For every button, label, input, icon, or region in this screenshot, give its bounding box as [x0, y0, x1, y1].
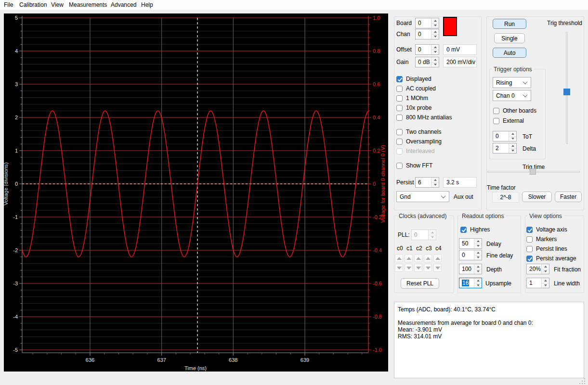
auto-button[interactable]: Auto: [493, 48, 526, 58]
menu-help[interactable]: Help: [141, 1, 153, 8]
checkbox-markers[interactable]: Markers: [526, 236, 557, 243]
svg-text:636: 636: [86, 357, 94, 363]
checkbox-ac-coupled[interactable]: AC coupled: [396, 85, 436, 92]
clock-down-c1-icon[interactable]: [405, 264, 413, 272]
board-spinner[interactable]: 0: [415, 18, 439, 28]
checkbox-other-boards[interactable]: Other boards: [493, 107, 536, 114]
spin-up-icon[interactable]: [542, 264, 549, 269]
slower-button[interactable]: Slower: [522, 192, 552, 202]
clock-down-c0-icon[interactable]: [395, 264, 403, 272]
clock-down-c3-icon[interactable]: [424, 264, 432, 272]
checkbox-10x-probe[interactable]: 10x probe: [396, 104, 431, 111]
svg-text:3: 3: [15, 81, 18, 87]
channel-color-swatch[interactable]: [443, 17, 457, 36]
spin-down-icon[interactable]: [474, 283, 482, 288]
line-width-spinner[interactable]: 1: [526, 278, 549, 288]
spin-down-icon[interactable]: [431, 62, 439, 67]
clock-up-c0-icon[interactable]: [395, 254, 403, 262]
checkbox-voltage-axis[interactable]: Voltage axis: [526, 226, 567, 233]
svg-text:637: 637: [157, 357, 166, 363]
menu-file[interactable]: File: [4, 1, 13, 8]
spin-up-icon: [429, 230, 436, 235]
spin-down-icon[interactable]: [509, 148, 516, 154]
checkbox-displayed[interactable]: Displayed: [396, 76, 431, 82]
delta-label: Delta: [523, 145, 536, 152]
spin-up-icon[interactable]: [431, 57, 439, 62]
spin-up-icon[interactable]: [509, 143, 516, 148]
clock-down-c2-icon[interactable]: [414, 264, 422, 272]
spin-up-icon[interactable]: [474, 239, 482, 244]
faster-button[interactable]: Faster: [555, 192, 582, 202]
trig-time-slider-handle[interactable]: [530, 168, 536, 175]
spin-down-icon[interactable]: [542, 269, 549, 274]
delta-spinner[interactable]: 2: [493, 143, 517, 154]
spin-up-icon[interactable]: [509, 131, 516, 136]
spin-down-icon[interactable]: [431, 34, 439, 39]
reset-pll-button[interactable]: Reset PLL: [401, 278, 439, 289]
depth-spinner[interactable]: 100: [459, 264, 482, 274]
gain-spinner[interactable]: 0 dB: [415, 57, 439, 67]
tot-spinner[interactable]: 0: [493, 131, 517, 141]
spin-up-icon[interactable]: [474, 264, 482, 269]
spin-up-icon[interactable]: [431, 18, 439, 23]
clock-col-c1: c1: [406, 245, 413, 252]
menu-measurements[interactable]: Measurements: [69, 1, 107, 8]
spin-down-icon[interactable]: [474, 269, 482, 274]
svg-text:0.2: 0.2: [373, 148, 380, 154]
offset-readout: 0 mV: [443, 44, 477, 55]
clock-up-c2-icon[interactable]: [414, 254, 422, 262]
svg-text:-1: -1: [13, 214, 18, 220]
checkbox-persist-lines[interactable]: Persist lines: [526, 245, 567, 252]
fine-delay-spinner[interactable]: 0: [459, 250, 482, 260]
single-button[interactable]: Single: [494, 33, 525, 43]
trig-threshold-slider-handle[interactable]: [563, 89, 570, 95]
clock-down-c4-icon[interactable]: [433, 264, 442, 272]
spin-down-icon[interactable]: [509, 136, 516, 141]
trigger-edge-select[interactable]: Rising: [493, 77, 531, 88]
offset-spinner[interactable]: 0: [415, 44, 439, 55]
spin-up-icon[interactable]: [431, 45, 439, 50]
time-factor-label: Time factor: [487, 184, 516, 191]
spin-down-icon[interactable]: [431, 50, 439, 55]
delay-spinner[interactable]: 50: [459, 238, 482, 249]
spin-up-icon[interactable]: [431, 178, 439, 182]
trigger-channel-select[interactable]: Chan 0: [493, 90, 531, 101]
menu-advanced[interactable]: Advanced: [111, 1, 136, 8]
checkbox-800mhz-antialias[interactable]: 800 MHz antialias: [396, 114, 452, 121]
run-button[interactable]: Run: [493, 19, 526, 29]
trig-threshold-slider-track[interactable]: [566, 32, 568, 144]
spin-down-icon[interactable]: [474, 244, 482, 249]
scope-plot[interactable]: 543210-1-2-3-4-51.00.80.60.40.20-0.2-0.4…: [4, 13, 388, 372]
menu-view[interactable]: View: [51, 1, 64, 8]
pll-label: PLL:: [398, 231, 410, 238]
trig-threshold-label: Trig threshold: [547, 20, 582, 26]
gain-readout: 200 mV/div: [443, 57, 477, 67]
checkbox-1mohm[interactable]: 1 MOhm: [396, 95, 428, 102]
checkbox-external[interactable]: External: [493, 117, 524, 124]
clock-up-c4-icon[interactable]: [433, 254, 442, 262]
fit-fraction-spinner[interactable]: 20%: [526, 264, 549, 274]
clock-up-c1-icon[interactable]: [405, 254, 413, 262]
spin-up-icon[interactable]: [431, 29, 439, 34]
spin-up-icon[interactable]: [474, 250, 482, 255]
spin-up-icon[interactable]: [542, 278, 549, 283]
menu-calibration[interactable]: Calibration: [19, 1, 47, 8]
upsample-spinner[interactable]: 16: [459, 278, 482, 288]
spin-down-icon[interactable]: [542, 283, 549, 288]
waveform-canvas: 543210-1-2-3-4-51.00.80.60.40.20-0.2-0.4…: [4, 13, 388, 372]
checkbox-persist-average[interactable]: Persist average: [526, 255, 576, 262]
persist-spinner[interactable]: 6: [415, 177, 439, 188]
spin-down-icon[interactable]: [431, 182, 439, 188]
resize-grip-icon[interactable]: [579, 378, 585, 384]
chan-spinner[interactable]: 0: [415, 29, 439, 39]
spin-down-icon[interactable]: [474, 255, 482, 260]
checkbox-oversampling[interactable]: Oversampling: [396, 138, 442, 145]
spin-down-icon[interactable]: [431, 23, 439, 28]
spin-up-icon[interactable]: [474, 278, 482, 283]
checkbox-show-fft[interactable]: Show FFT: [396, 162, 432, 169]
checkbox-highres[interactable]: Highres: [460, 226, 490, 233]
aux-out-select[interactable]: Gnd: [396, 191, 449, 202]
clock-up-c3-icon[interactable]: [424, 254, 432, 262]
upsample-label: Upsample: [485, 280, 511, 287]
checkbox-two-channels[interactable]: Two channels: [396, 128, 441, 135]
